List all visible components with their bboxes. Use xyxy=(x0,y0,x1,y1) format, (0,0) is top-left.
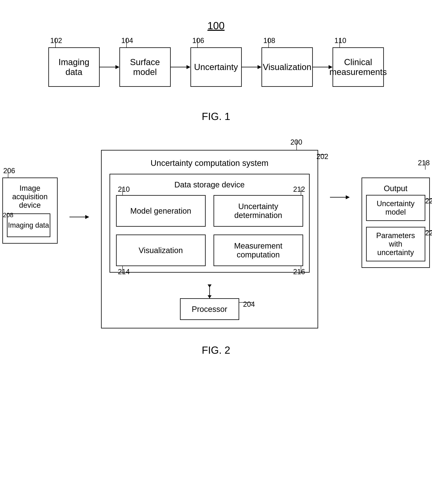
fig2-section: 206 Image acquisition device 208 Imaging… xyxy=(16,150,416,368)
fig1-section: 100 102 Imaging data 104 xyxy=(16,12,416,134)
data-storage-title: Data storage device xyxy=(116,180,303,189)
box-model-generation: Model generation xyxy=(116,195,206,227)
node-104-wrapper: 104 Surface model xyxy=(119,47,171,87)
fig1-title: 100 xyxy=(207,20,225,32)
box-parameters-uncertainty: Parameters with uncertainty xyxy=(366,227,425,261)
node-110-wrapper: 110 Clinical measurements xyxy=(332,47,384,87)
box-measurement-computation: Measurement computation xyxy=(213,234,303,266)
uncertainty-model-wrapper: 220 Uncertainty model xyxy=(366,195,425,221)
ref-216: 216 xyxy=(293,268,305,276)
ref-106: 106 xyxy=(193,36,204,45)
ref-212: 212 xyxy=(293,185,305,194)
ref-202: 202 xyxy=(316,153,328,161)
fig2-caption: FIG. 2 xyxy=(202,344,230,356)
visualization-wrapper: 214 Visualization xyxy=(116,234,206,266)
arrow-3 xyxy=(242,63,261,71)
ref-208: 208 xyxy=(3,211,13,219)
device-outer-box: Image acquisition device 208 Imaging dat… xyxy=(2,178,58,244)
output-title: Output xyxy=(366,184,425,193)
ref-102: 102 xyxy=(50,36,62,45)
right-arrow xyxy=(330,193,350,201)
ref-218: 218 xyxy=(418,159,430,167)
svg-marker-1 xyxy=(115,65,119,69)
svg-marker-9 xyxy=(85,215,89,219)
main-system-wrapper: 200 202 Uncertainty computation system D… xyxy=(101,150,318,328)
node-102-wrapper: 102 Imaging data xyxy=(48,47,100,87)
right-output: 218 Output 220 Uncertainty model xyxy=(362,170,430,268)
box-imaging-data: Imaging data xyxy=(48,47,100,87)
ref-214: 214 xyxy=(118,268,130,276)
node-106-wrapper: 106 Uncertainty xyxy=(190,47,242,87)
svg-marker-15 xyxy=(346,195,350,199)
inner-boxes-grid: 210 Model generation 212 xyxy=(116,195,303,266)
processor-area: 204 Processor xyxy=(110,280,310,320)
left-arrow xyxy=(69,213,89,221)
left-device: 206 Image acquisition device 208 Imaging… xyxy=(2,178,58,244)
parameters-uncertainty-wrapper: 222 Parameters with uncertainty xyxy=(366,227,425,261)
box-uncertainty-model: Uncertainty model xyxy=(366,195,425,221)
uncertainty-det-wrapper: 212 Uncertainty determination xyxy=(213,195,303,227)
ref-204: 204 xyxy=(243,300,255,308)
output-container: Output 220 Uncertainty model 222 xyxy=(362,178,430,268)
box-uncertainty: Uncertainty xyxy=(190,47,242,87)
measurement-comp-wrapper: 216 Measurement computation xyxy=(213,234,303,266)
ref-206: 206 xyxy=(3,167,15,175)
svg-marker-13 xyxy=(208,295,211,298)
ref-104: 104 xyxy=(121,36,133,45)
model-gen-wrapper: 210 Model generation xyxy=(116,195,206,227)
main-system-box: 202 Uncertainty computation system Data … xyxy=(101,150,318,328)
ref-222: 222 xyxy=(425,229,432,237)
box-uncertainty-determination: Uncertainty determination xyxy=(213,195,303,227)
box-visualization: Visualization xyxy=(116,234,206,266)
ref-210: 210 xyxy=(118,185,130,194)
svg-marker-3 xyxy=(186,65,190,69)
processor-box: Processor xyxy=(180,298,239,320)
fig2-container: 206 Image acquisition device 208 Imaging… xyxy=(19,150,414,328)
arrow-1 xyxy=(100,63,119,71)
box-visualization: Visualization xyxy=(261,47,313,87)
svg-marker-5 xyxy=(257,65,261,69)
node-108-wrapper: 108 Visualization xyxy=(261,47,313,87)
data-storage-box: Data storage device 210 Model generation xyxy=(110,174,310,273)
ref-220: 220 xyxy=(425,197,432,205)
ref-110: 110 xyxy=(334,36,346,45)
device-title: Image acquisition device xyxy=(7,184,53,209)
box-surface-model: Surface model xyxy=(119,47,171,87)
system-title: Uncertainty computation system xyxy=(110,158,310,168)
fig1-caption: FIG. 1 xyxy=(202,110,230,122)
ref-108: 108 xyxy=(264,36,275,45)
arrow-2 xyxy=(171,63,190,71)
fig1-diagram: 102 Imaging data 104 Surface model xyxy=(48,47,384,87)
box-clinical-measurements: Clinical measurements xyxy=(332,47,384,87)
